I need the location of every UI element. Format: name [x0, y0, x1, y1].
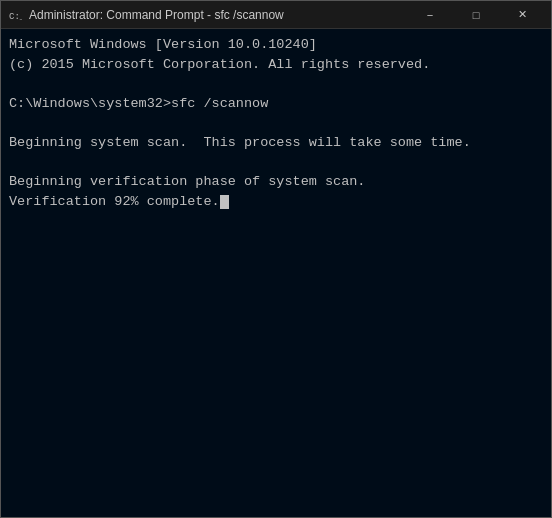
- cursor: [220, 195, 229, 209]
- console-line: Beginning verification phase of system s…: [9, 172, 543, 192]
- svg-text:C:_: C:_: [9, 12, 22, 22]
- cmd-icon: C:_: [7, 7, 23, 23]
- console-line: [9, 113, 543, 133]
- console-line: (c) 2015 Microsoft Corporation. All righ…: [9, 55, 543, 75]
- console-line: Beginning system scan. This process will…: [9, 133, 543, 153]
- console-line: Microsoft Windows [Version 10.0.10240]: [9, 35, 543, 55]
- minimize-button[interactable]: −: [407, 1, 453, 29]
- window-title: Administrator: Command Prompt - sfc /sca…: [29, 8, 284, 22]
- maximize-button[interactable]: □: [453, 1, 499, 29]
- console-line: C:\Windows\system32>sfc /scannow: [9, 94, 543, 114]
- console-line: [9, 74, 543, 94]
- title-bar: C:_ Administrator: Command Prompt - sfc …: [1, 1, 551, 29]
- console-line: Verification 92% complete.: [9, 192, 543, 212]
- console-line: [9, 152, 543, 172]
- window-controls: − □ ✕: [407, 1, 545, 29]
- cmd-window: C:_ Administrator: Command Prompt - sfc …: [0, 0, 552, 518]
- title-bar-left: C:_ Administrator: Command Prompt - sfc …: [7, 7, 284, 23]
- console-output[interactable]: Microsoft Windows [Version 10.0.10240](c…: [1, 29, 551, 517]
- close-button[interactable]: ✕: [499, 1, 545, 29]
